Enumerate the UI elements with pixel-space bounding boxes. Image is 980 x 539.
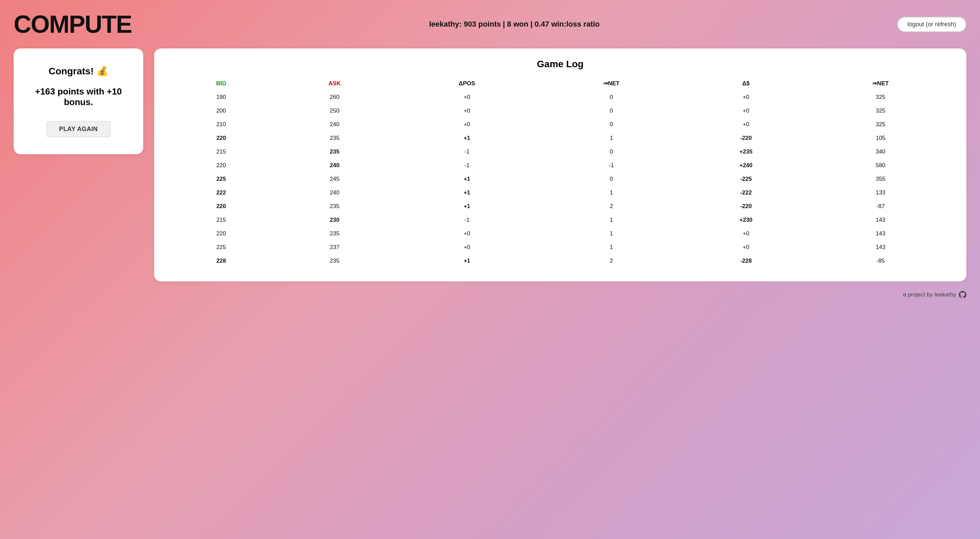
main-content: Congrats! 💰 +163 points with +10 bonus. … xyxy=(14,48,966,281)
cell-ddollar: +240 xyxy=(684,159,808,172)
cell-dpos: -1 xyxy=(395,159,539,172)
cell-ddollar: -220 xyxy=(684,131,808,145)
cell-bid: 222 xyxy=(168,186,275,199)
cell-net1: 2 xyxy=(539,199,683,213)
cell-bid: 190 xyxy=(168,90,275,104)
cell-ddollar: -228 xyxy=(684,254,808,268)
table-row: 220 235 +1 2 -220 -87 xyxy=(168,199,953,213)
cell-net1: 0 xyxy=(539,90,683,104)
congrats-points: +163 points with +10 bonus. xyxy=(27,86,130,107)
header: COMPUTE leekathy: 903 points | 8 won | 0… xyxy=(14,10,966,38)
col-header-ddollar: Δ$ xyxy=(684,77,808,90)
game-log-table: BID ASK ΔPOS ⇒NET Δ$ ⇒NET 190 260 +0 0 +… xyxy=(168,77,953,268)
cell-net1: 0 xyxy=(539,172,683,186)
cell-net2: 143 xyxy=(808,241,953,254)
cell-dpos: +0 xyxy=(395,118,539,131)
cell-bid: 220 xyxy=(168,159,275,172)
cell-net1: 1 xyxy=(539,227,683,241)
cell-net1: 1 xyxy=(539,213,683,227)
table-row: 225 245 +1 0 -225 355 xyxy=(168,172,953,186)
congrats-title: Congrats! 💰 xyxy=(27,65,130,77)
cell-net1: 1 xyxy=(539,186,683,199)
cell-bid: 210 xyxy=(168,118,275,131)
cell-dpos: +1 xyxy=(395,199,539,213)
cell-bid: 220 xyxy=(168,227,275,241)
table-row: 220 235 +0 1 +0 143 xyxy=(168,227,953,241)
cell-dpos: +1 xyxy=(395,131,539,145)
cell-net2: -87 xyxy=(808,199,953,213)
cell-ask: 235 xyxy=(275,131,395,145)
cell-net2: 325 xyxy=(808,118,953,131)
cell-ddollar: -222 xyxy=(684,186,808,199)
cell-dpos: -1 xyxy=(395,145,539,159)
game-log-body: 190 260 +0 0 +0 325 200 250 +0 0 +0 325 … xyxy=(168,90,953,268)
table-row: 200 250 +0 0 +0 325 xyxy=(168,104,953,118)
cell-bid: 228 xyxy=(168,254,275,268)
cell-net2: 105 xyxy=(808,131,953,145)
cell-ask: 235 xyxy=(275,254,395,268)
play-again-button[interactable]: PLAY AGAIN xyxy=(46,121,110,137)
cell-dpos: +1 xyxy=(395,186,539,199)
cell-ddollar: +0 xyxy=(684,104,808,118)
cell-ask: 235 xyxy=(275,199,395,213)
logout-button[interactable]: logout (or refresh) xyxy=(897,17,966,32)
cell-net1: 1 xyxy=(539,241,683,254)
cell-net2: 325 xyxy=(808,90,953,104)
table-header-row: BID ASK ΔPOS ⇒NET Δ$ ⇒NET xyxy=(168,77,953,90)
cell-net2: 143 xyxy=(808,213,953,227)
cell-net2: 143 xyxy=(808,227,953,241)
cell-ddollar: +230 xyxy=(684,213,808,227)
cell-bid: 200 xyxy=(168,104,275,118)
cell-dpos: +0 xyxy=(395,104,539,118)
cell-ddollar: +0 xyxy=(684,227,808,241)
cell-net1: 1 xyxy=(539,131,683,145)
col-header-net1: ⇒NET xyxy=(539,77,683,90)
table-row: 210 240 +0 0 +0 325 xyxy=(168,118,953,131)
logo: COMPUTE xyxy=(14,10,132,38)
cell-bid: 215 xyxy=(168,145,275,159)
cell-ask: 235 xyxy=(275,227,395,241)
footer: a project by leekathy xyxy=(14,291,966,298)
cell-ddollar: +235 xyxy=(684,145,808,159)
github-icon xyxy=(959,291,966,298)
cell-bid: 225 xyxy=(168,241,275,254)
cell-bid: 220 xyxy=(168,199,275,213)
cell-net2: 355 xyxy=(808,172,953,186)
col-header-ask: ASK xyxy=(275,77,395,90)
cell-dpos: +0 xyxy=(395,90,539,104)
cell-ask: 237 xyxy=(275,241,395,254)
congrats-card: Congrats! 💰 +163 points with +10 bonus. … xyxy=(14,48,143,154)
col-header-bid: BID xyxy=(168,77,275,90)
cell-net1: 2 xyxy=(539,254,683,268)
table-row: 222 240 +1 1 -222 133 xyxy=(168,186,953,199)
cell-ask: 235 xyxy=(275,145,395,159)
cell-bid: 215 xyxy=(168,213,275,227)
table-row: 215 230 -1 1 +230 143 xyxy=(168,213,953,227)
cell-dpos: +0 xyxy=(395,241,539,254)
cell-net2: 325 xyxy=(808,104,953,118)
col-header-dpos: ΔPOS xyxy=(395,77,539,90)
table-row: 190 260 +0 0 +0 325 xyxy=(168,90,953,104)
cell-bid: 225 xyxy=(168,172,275,186)
cell-dpos: +0 xyxy=(395,227,539,241)
cell-ddollar: +0 xyxy=(684,241,808,254)
footer-text: a project by leekathy xyxy=(903,291,956,298)
cell-ddollar: +0 xyxy=(684,118,808,131)
cell-ask: 240 xyxy=(275,159,395,172)
cell-ask: 250 xyxy=(275,104,395,118)
table-row: 225 237 +0 1 +0 143 xyxy=(168,241,953,254)
cell-dpos: +1 xyxy=(395,172,539,186)
table-row: 220 235 +1 1 -220 105 xyxy=(168,131,953,145)
cell-net2: 133 xyxy=(808,186,953,199)
cell-ask: 260 xyxy=(275,90,395,104)
cell-net2: -85 xyxy=(808,254,953,268)
cell-ask: 230 xyxy=(275,213,395,227)
cell-dpos: -1 xyxy=(395,213,539,227)
cell-ask: 240 xyxy=(275,186,395,199)
col-header-net2: ⇒NET xyxy=(808,77,953,90)
table-row: 215 235 -1 0 +235 340 xyxy=(168,145,953,159)
cell-ask: 240 xyxy=(275,118,395,131)
cell-net1: 0 xyxy=(539,104,683,118)
cell-net1: 0 xyxy=(539,118,683,131)
user-stats: leekathy: 903 points | 8 won | 0.47 win:… xyxy=(429,20,600,29)
